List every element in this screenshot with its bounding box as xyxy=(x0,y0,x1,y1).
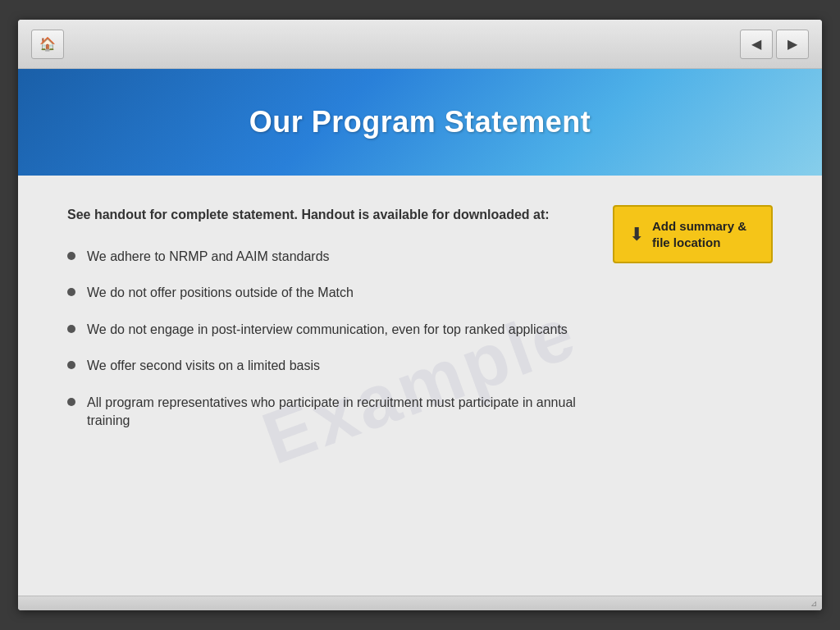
bullet-text: All program representatives who particip… xyxy=(87,394,584,431)
toolbar: 🏠 ◀ ▶ xyxy=(18,20,822,69)
bullet-list: We adhere to NRMP and AAIM standards We … xyxy=(67,248,584,430)
header-banner: Our Program Statement xyxy=(18,69,822,176)
add-summary-button[interactable]: ⬇ Add summary & file location xyxy=(613,205,773,263)
bullet-dot xyxy=(67,398,75,406)
content-left: See handout for complete statement. Hand… xyxy=(67,205,584,566)
bottom-bar: ⊿ xyxy=(18,596,822,610)
prev-button[interactable]: ◀ xyxy=(740,30,773,59)
bullet-text: We do not engage in post-interview commu… xyxy=(87,321,568,339)
page-title: Our Program Statement xyxy=(249,105,591,139)
home-icon: 🏠 xyxy=(39,36,56,52)
handout-text: See handout for complete statement. Hand… xyxy=(67,205,584,225)
list-item: We adhere to NRMP and AAIM standards xyxy=(67,248,584,266)
bullet-dot xyxy=(67,288,75,296)
add-summary-label: Add summary & file location xyxy=(652,218,746,250)
list-item: We do not engage in post-interview commu… xyxy=(67,321,584,339)
list-item: All program representatives who particip… xyxy=(67,394,584,431)
bullet-dot xyxy=(67,361,75,369)
content-right: ⬇ Add summary & file location xyxy=(600,205,773,566)
bullet-dot xyxy=(67,252,75,260)
content-area: Example See handout for complete stateme… xyxy=(18,176,822,596)
next-icon: ▶ xyxy=(788,36,797,52)
toolbar-right: ◀ ▶ xyxy=(740,30,809,59)
download-icon: ⬇ xyxy=(629,224,644,245)
next-button[interactable]: ▶ xyxy=(776,30,809,59)
resize-handle: ⊿ xyxy=(810,599,817,608)
bullet-text: We do not offer positions outside of the… xyxy=(87,284,354,302)
home-button[interactable]: 🏠 xyxy=(31,30,64,59)
list-item: We offer second visits on a limited basi… xyxy=(67,357,584,375)
toolbar-left: 🏠 xyxy=(31,30,64,59)
bullet-text: We offer second visits on a limited basi… xyxy=(87,357,320,375)
bullet-text: We adhere to NRMP and AAIM standards xyxy=(87,248,330,266)
prev-icon: ◀ xyxy=(751,36,761,52)
list-item: We do not offer positions outside of the… xyxy=(67,284,584,302)
slide-container: 🏠 ◀ ▶ Our Program Statement Example See … xyxy=(18,20,822,610)
bullet-dot xyxy=(67,325,75,333)
